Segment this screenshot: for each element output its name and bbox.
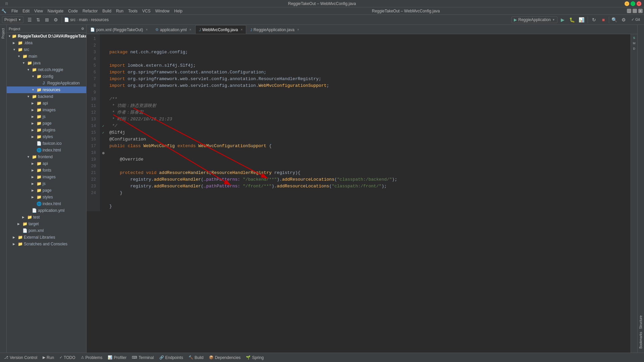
tree-item[interactable]: JReggieApplication [7,80,86,86]
tree-item[interactable]: ▶📁styles [7,194,86,200]
menu-item-edit[interactable]: Edit [20,8,32,14]
tree-expand-arrow[interactable]: ▶ [13,236,17,239]
menu-item-build[interactable]: Build [100,8,114,14]
tree-expand-arrow[interactable]: ▼ [32,88,36,92]
tree-expand-arrow[interactable]: ▶ [22,216,26,219]
bottom-tab-endpoints[interactable]: 🔗Endpoints [157,353,186,362]
minimize-btn[interactable]: _ [627,9,631,13]
tree-expand-arrow[interactable]: ▼ [27,95,31,98]
editor-scroll[interactable]: 123456789101112131415161718192021222324 … [87,34,631,353]
tree-item[interactable]: ▶📁api [7,160,86,167]
minimize-button[interactable]: − [625,1,629,6]
toolbar-sort-btn[interactable]: ⇅ [34,16,42,24]
tree-item[interactable]: 🌐index.html [7,147,86,154]
structure-icon[interactable]: S [633,36,635,40]
bottom-tab-todo[interactable]: ✓TODO [57,353,78,362]
win-controls[interactable]: _ □ × [627,9,643,13]
debug-button[interactable]: 🐛 [568,16,576,24]
tab-close-icon[interactable]: × [240,28,243,32]
tree-item[interactable]: ▶📁api [7,100,86,107]
tree-item[interactable]: ▶📁Scratches and Consoles [7,241,86,247]
tree-item[interactable]: ▶📁External Libraries [7,234,86,241]
tree-expand-arrow[interactable]: ▼ [27,155,31,159]
tab-bar[interactable]: 📄pom.xml (ReggieTakeOut)×⚙application.ym… [87,25,637,34]
tree-item[interactable]: ▶📁js [7,180,86,187]
menu-item-window[interactable]: Window [153,8,172,14]
profile-button[interactable]: 📊 [578,16,586,24]
tree-expand-arrow[interactable]: ▶ [32,122,36,125]
tree-item[interactable]: ▶📁styles [7,133,86,140]
tree-item[interactable]: ▼📁net.cch.reggie [7,66,86,73]
tree-item[interactable]: ▶📁page [7,120,86,127]
menu-item-tools[interactable]: Tools [126,8,140,14]
tree-expand-arrow[interactable]: ▶ [32,135,36,138]
menu-item-refactor[interactable]: Refactor [80,8,100,14]
toolbar-settings-btn[interactable]: ⚙ [52,16,60,24]
tree-item[interactable]: ▼📁src [7,46,86,53]
tree-item[interactable]: ▶📁fonts [7,167,86,174]
tree-expand-arrow[interactable]: ▶ [32,182,36,185]
settings-button[interactable]: ⚙ [620,16,628,24]
tree-item[interactable]: ▶📁plugins [7,127,86,133]
tab-webmvcconfigjava[interactable]: JWebMvcConfig.java× [195,25,246,34]
tree-item[interactable]: ▶📁js [7,113,86,120]
tab-pomxmlreggietakeout[interactable]: 📄pom.xml (ReggieTakeOut)× [87,25,151,34]
menu-bar[interactable]: FileEditViewNavigateCodeRefactorBuildRun… [9,8,185,14]
bottom-tab-run[interactable]: ▶Run [40,353,57,362]
database-icon[interactable]: D [633,47,635,50]
bottom-tab-dependencies[interactable]: 📦Dependencies [206,353,244,362]
tree-item[interactable]: 🌐index.html [7,200,86,207]
structure-tab-label[interactable]: Structure [638,314,643,330]
tree-expand-arrow[interactable]: ▶ [32,189,36,192]
tree-item[interactable]: ▼📁resources [7,86,86,93]
close-btn[interactable]: × [638,9,643,13]
menu-item-file[interactable]: File [9,8,20,14]
tree-item[interactable]: ▶📁target [7,221,86,227]
tab-reggieapplicationjava[interactable]: JReggieApplication.java× [247,25,303,34]
update-button[interactable]: ↻ [590,16,598,24]
run-button[interactable]: ▶ [559,16,567,24]
menu-item-run[interactable]: Run [114,8,126,14]
tree-item[interactable]: ▼📁backend [7,93,86,100]
project-tree[interactable]: ▼📁ReggieTakeOut D:\JAVA\ReggieTakeOut▶📁.… [7,33,86,353]
toolbar-options-btn[interactable]: ☰ [25,16,34,24]
bottom-tab-profiler[interactable]: 📊Profiler [105,353,129,362]
menu-item-vcs[interactable]: VCS [140,8,153,14]
tree-expand-arrow[interactable]: ▶ [13,41,17,45]
bottom-tab-version-control[interactable]: ⎇Version Control [1,353,40,362]
tab-close-icon[interactable]: × [190,28,192,32]
tree-expand-arrow[interactable]: ▶ [32,102,36,105]
tree-expand-arrow[interactable]: ▶ [32,108,36,112]
tree-item[interactable]: ▶📁.idea [7,40,86,46]
bottom-tabs[interactable]: ⎇Version Control▶Run✓TODO⚠Problems📊Profi… [0,353,644,362]
tree-expand-arrow[interactable]: ▶ [32,195,36,199]
search-everywhere-button[interactable]: 🔍 [610,16,619,24]
tree-item[interactable]: ▼📁config [7,73,86,80]
tree-item[interactable]: 📄application.yml [7,207,86,214]
maximize-button[interactable]: □ [631,1,635,6]
tree-item[interactable]: ▼📁ReggieTakeOut D:\JAVA\ReggieTakeOut [7,33,86,40]
tree-item[interactable]: 📄favicon.ico [7,140,86,147]
tree-expand-arrow[interactable]: ▼ [17,55,21,58]
toolbar-expand-btn[interactable]: ⊞ [43,16,51,24]
tree-item[interactable]: 📄pom.xml [7,227,86,234]
maven-icon[interactable]: M [633,42,636,45]
bottom-tab-terminal[interactable]: ⌨Terminal [129,353,156,362]
window-controls[interactable]: − □ × [625,1,641,6]
tree-expand-arrow[interactable]: ▼ [22,61,26,65]
run-config-dropdown[interactable]: ▶ ReggieApplication ▼ [512,16,557,23]
tree-item[interactable]: ▶📁page [7,187,86,194]
menu-item-help[interactable]: Help [172,8,185,14]
project-panel-tab[interactable]: Project [1,27,6,40]
tree-expand-arrow[interactable]: ▶ [32,175,36,179]
tree-expand-arrow[interactable]: ▶ [32,169,36,172]
menu-item-code[interactable]: Code [66,8,80,14]
bottom-tab-problems[interactable]: ⚠Problems [78,353,105,362]
bottom-tab-spring[interactable]: 🌱Spring [243,353,266,362]
menu-item-navigate[interactable]: Navigate [45,8,66,14]
tree-expand-arrow[interactable]: ▶ [17,222,21,226]
tree-item[interactable]: ▶📁test [7,214,86,221]
tab-close-icon[interactable]: × [297,28,299,32]
menu-item-view[interactable]: View [32,8,45,14]
tree-expand-arrow[interactable]: ▼ [32,75,36,78]
